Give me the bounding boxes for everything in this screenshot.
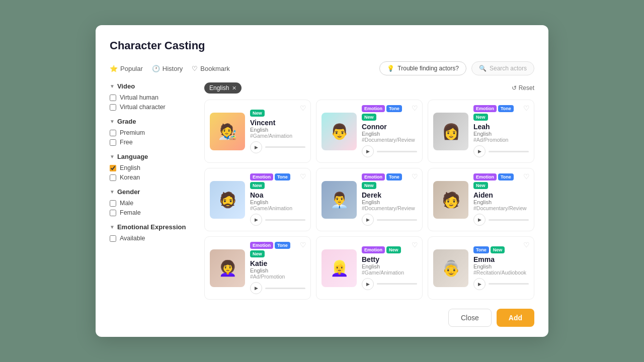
actor-lang: English [473, 131, 529, 137]
badge-emotion: Emotion [250, 242, 273, 249]
heart-button[interactable]: ♡ [523, 104, 530, 112]
actor-avatar: 👨 [321, 113, 357, 150]
heart-button[interactable]: ♡ [300, 172, 306, 180]
filter-female[interactable]: Female [110, 209, 195, 216]
top-bar: ⭐ Popular 🕐 History ♡ Bookmark 💡 Trouble… [110, 61, 534, 75]
filter-virtual-human[interactable]: Virtual human [110, 94, 195, 101]
top-nav: ⭐ Popular 🕐 History ♡ Bookmark [110, 65, 230, 72]
actor-name: Connor [362, 123, 417, 131]
free-checkbox[interactable] [110, 139, 116, 146]
heart-button[interactable]: ♡ [412, 104, 418, 112]
filter-gender: ▼ Gender Male Female [110, 188, 195, 216]
play-button[interactable]: ▶ [362, 145, 374, 157]
actor-avatar: 🧔 [210, 181, 245, 219]
actor-card-katie[interactable]: 👩‍🦱 EmotionToneNew Katie English #Ad/Pro… [204, 236, 311, 300]
actor-emoji: 👵 [433, 249, 468, 287]
heart-button[interactable]: ♡ [412, 241, 418, 249]
actor-card-vincent[interactable]: 🧑‍🎨 New Vincent English #Game/Animation … [204, 100, 311, 163]
main-content: ▼ Video Virtual human Virtual character … [110, 82, 534, 300]
play-button[interactable]: ▶ [250, 141, 262, 153]
filter-available[interactable]: Available [110, 235, 195, 242]
actor-info: EmotionToneNew Aiden English #Documentar… [473, 173, 529, 226]
trouble-finding-button[interactable]: 💡 Trouble finding actors? [379, 61, 466, 75]
filter-premium[interactable]: Premium [110, 129, 195, 136]
virtual-human-checkbox[interactable] [110, 95, 116, 101]
actor-info: EmotionToneNew Noa English #Game/Animati… [250, 173, 305, 226]
popular-nav[interactable]: ⭐ Popular [110, 65, 143, 72]
actor-avatar: 👱‍♀️ [321, 249, 357, 287]
actor-genre: #Documentary/Review [362, 137, 417, 143]
badge-tone: Tone [473, 246, 489, 253]
play-button[interactable]: ▶ [250, 214, 262, 226]
history-nav[interactable]: 🕐 History [152, 65, 183, 72]
progress-bar [265, 146, 305, 148]
premium-checkbox[interactable] [110, 130, 116, 136]
filter-grade-title[interactable]: ▼ Grade [110, 118, 195, 125]
search-box[interactable]: 🔍 Search actors [471, 61, 534, 75]
actor-card-connor[interactable]: 👨 EmotionToneNew Connor English #Documen… [316, 100, 423, 163]
available-checkbox[interactable] [110, 235, 116, 242]
play-button[interactable]: ▶ [473, 145, 486, 157]
progress-bar [489, 283, 529, 285]
actor-avatar: 🧑 [433, 181, 468, 219]
filter-gender-title[interactable]: ▼ Gender [110, 188, 195, 196]
actor-card-betty[interactable]: 👱‍♀️ EmotionNew Betty English #Game/Anim… [316, 236, 423, 300]
actor-play-row: ▶ [250, 282, 305, 294]
filter-free[interactable]: Free [110, 139, 195, 146]
add-button[interactable]: Add [497, 309, 534, 327]
actor-card-noa[interactable]: 🧔 EmotionToneNew Noa English #Game/Anima… [204, 168, 311, 231]
actor-card-leah[interactable]: 👩 EmotionToneNew Leah English #Ad/Promot… [428, 100, 534, 163]
actor-play-row: ▶ [250, 141, 305, 153]
heart-button[interactable]: ♡ [300, 241, 306, 249]
bookmark-nav[interactable]: ♡ Bookmark [192, 65, 230, 72]
actor-play-row: ▶ [473, 214, 529, 226]
close-button[interactable]: Close [448, 309, 492, 327]
badge-new: New [250, 250, 265, 257]
filter-virtual-character[interactable]: Virtual character [110, 104, 195, 111]
actor-card-aiden[interactable]: 🧑 EmotionToneNew Aiden English #Document… [428, 168, 534, 231]
badge-tone: Tone [498, 105, 514, 112]
actor-lang: English [362, 263, 417, 269]
play-button[interactable]: ▶ [362, 278, 374, 290]
virtual-character-checkbox[interactable] [110, 104, 116, 111]
filter-korean[interactable]: Korean [110, 174, 195, 181]
badge-tone: Tone [498, 173, 514, 180]
bookmark-icon: ♡ [192, 65, 198, 72]
actor-card-emma[interactable]: 👵 ToneNew Emma English #Recitation/Audio… [428, 236, 534, 300]
filter-tags-row: English ✕ ↺ Reset [204, 82, 534, 94]
actor-play-row: ▶ [362, 145, 417, 157]
filter-language-title[interactable]: ▼ Language [110, 153, 195, 160]
play-button[interactable]: ▶ [473, 278, 486, 290]
play-button[interactable]: ▶ [362, 214, 374, 226]
progress-bar [489, 151, 529, 152]
actor-genre: #Recitation/Audiobook [473, 269, 529, 276]
heart-button[interactable]: ♡ [412, 172, 418, 180]
filter-emotional-title[interactable]: ▼ Emotional Expression [110, 223, 195, 231]
english-checkbox[interactable] [110, 165, 116, 171]
arrow-icon: ▼ [110, 189, 115, 195]
actor-badges: EmotionToneNew [473, 173, 529, 189]
play-button[interactable]: ▶ [473, 214, 486, 226]
actor-name: Derek [362, 191, 417, 199]
female-checkbox[interactable] [110, 210, 116, 216]
lightbulb-icon: 💡 [387, 65, 394, 72]
actor-play-row: ▶ [473, 278, 529, 290]
reset-button[interactable]: ↺ Reset [512, 84, 534, 92]
character-casting-modal: Character Casting ⭐ Popular 🕐 History ♡ … [96, 25, 548, 337]
filter-english[interactable]: English [110, 164, 195, 171]
actor-badges: EmotionToneNew [250, 173, 305, 189]
play-button[interactable]: ▶ [250, 282, 262, 294]
heart-button[interactable]: ♡ [523, 241, 530, 249]
korean-checkbox[interactable] [110, 174, 116, 181]
filter-video-title[interactable]: ▼ Video [110, 82, 195, 90]
badge-emotion: Emotion [250, 173, 273, 180]
actor-avatar: 👩 [433, 113, 468, 150]
actor-play-row: ▶ [362, 278, 417, 290]
filter-male[interactable]: Male [110, 200, 195, 207]
actor-card-derek[interactable]: 👨‍💼 EmotionToneNew Derek English #Docume… [316, 168, 423, 231]
badge-emotion: Emotion [362, 246, 385, 253]
remove-english-filter[interactable]: ✕ [232, 85, 236, 92]
male-checkbox[interactable] [110, 200, 116, 207]
heart-button[interactable]: ♡ [523, 172, 530, 180]
heart-button[interactable]: ♡ [300, 104, 306, 112]
